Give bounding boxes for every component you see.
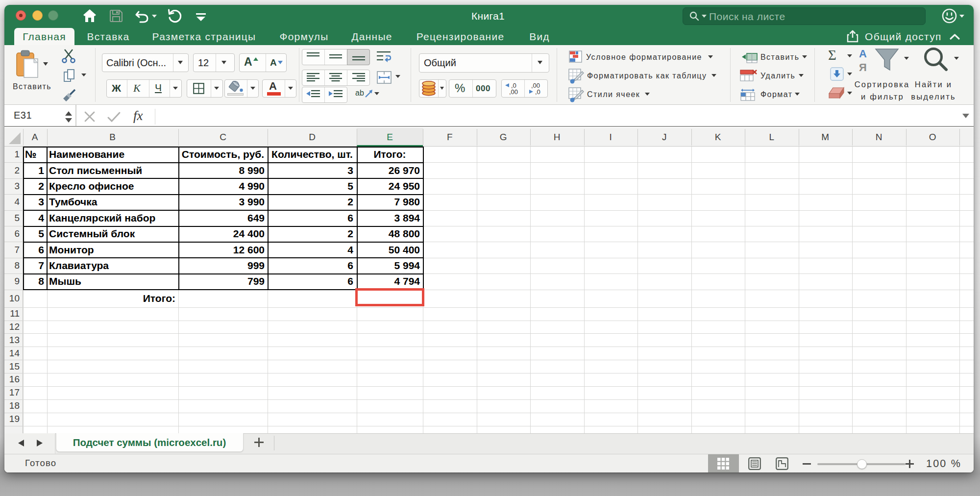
svg-text:,00: ,00 (509, 88, 518, 96)
svg-text:,0: ,0 (535, 88, 540, 96)
